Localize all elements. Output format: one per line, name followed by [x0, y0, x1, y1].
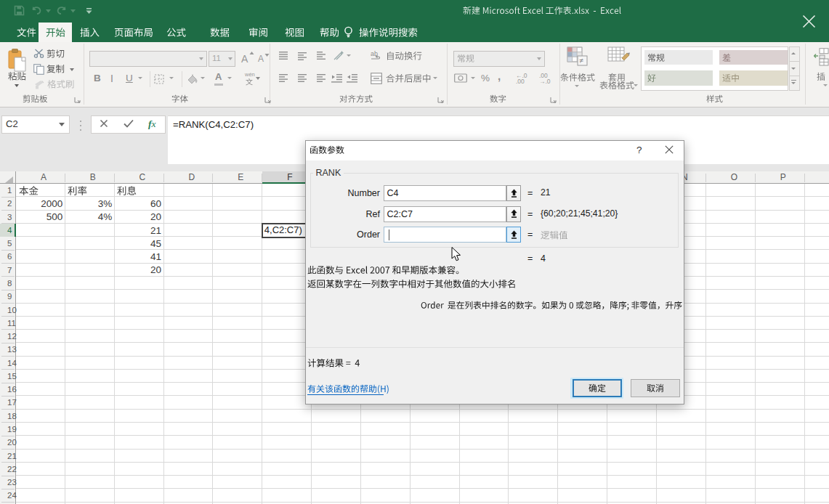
svg-text:≠: ≠ — [580, 57, 584, 65]
